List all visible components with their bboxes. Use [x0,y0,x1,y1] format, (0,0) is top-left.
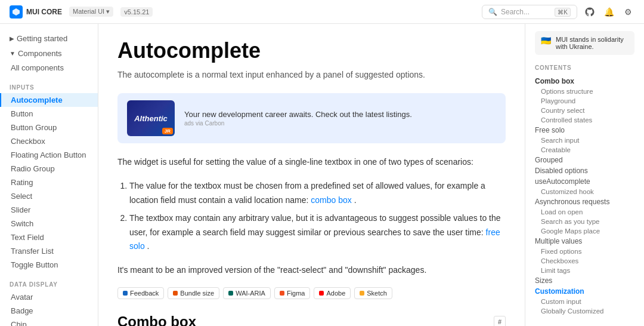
ad-banner: Althentic JR Your new development career… [117,93,506,143]
toc-item-search-input[interactable]: Search input [535,136,634,145]
tag-adobe[interactable]: Adobe [314,287,351,299]
sidebar-item-autocomplete[interactable]: Autocomplete [0,93,98,107]
ukraine-banner: 🇺🇦 MUI stands in solidarity with Ukraine… [535,31,634,55]
toc-item-disabled-options[interactable]: Disabled options [535,165,634,176]
sidebar-item-badge[interactable]: Badge [0,304,98,318]
toc-item-custom-input[interactable]: Custom input [535,297,634,306]
toc-item-grouped[interactable]: Grouped [535,155,634,165]
toc-item-google-maps-place[interactable]: Google Maps place [535,226,634,236]
intro-paragraph: The widget is useful for setting the val… [117,155,506,170]
sidebar-item-select[interactable]: Select [0,189,98,203]
toc-item-multiple-values[interactable]: Multiple values [535,236,634,247]
sidebar-item-components[interactable]: ▼ Components [0,46,98,61]
toc-item-globally-customized[interactable]: Globally Customized [535,306,634,316]
toc-item-free-solo[interactable]: Free solo [535,125,634,136]
sidebar-item-text-field[interactable]: Text Field [0,230,98,244]
sidebar-item-toggle-button[interactable]: Toggle Button [0,258,98,272]
version-label[interactable]: Material UI ▾ [69,7,113,17]
sidebar-item-slider[interactable]: Slider [0,203,98,217]
right-sidebar: 🇺🇦 MUI stands in solidarity with Ukraine… [525,24,644,326]
tag-figma[interactable]: Figma [274,287,311,299]
toc-header: CONTENTS [535,64,634,71]
sidebar-item-button-group[interactable]: Button Group [0,121,98,134]
tag-dot-adobe [319,291,324,296]
notification-icon[interactable]: 🔔 [602,5,615,19]
search-box[interactable]: 🔍 Search... ⌘K [482,5,577,19]
svg-marker-0 [13,8,20,16]
toc-item-country-select[interactable]: Country select [535,106,634,115]
ad-img-text: Althentic [134,114,168,123]
version-number[interactable]: v5.15.21 [120,7,153,17]
intro-list: The value for the textbox must be chosen… [117,179,506,254]
toc-item-playground[interactable]: Playground [535,96,634,106]
sidebar-item-switch[interactable]: Switch [0,217,98,230]
toc-item-load-on-open[interactable]: Load on open [535,207,634,217]
search-icon: 🔍 [488,8,497,16]
sidebar-item-floating-action-button[interactable]: Floating Action Button [0,148,98,162]
toc-item-controlled-states[interactable]: Controlled states [535,115,634,125]
tag-dot-wai-aria [228,291,233,296]
list-item-2: The textbox may contain any arbitrary va… [129,211,506,254]
sidebar-item-all-components[interactable]: All components [0,61,98,75]
sidebar-item-checkbox[interactable]: Checkbox [0,134,98,148]
improved-version-text: It's meant to be an improved version of … [117,263,506,278]
toc-item-creatable[interactable]: Creatable [535,145,634,155]
list-item-1: The value for the textbox must be chosen… [129,179,506,208]
topbar: MUI CORE Material UI ▾ v5.15.21 🔍 Search… [0,0,644,24]
tag-sketch[interactable]: Sketch [354,287,392,299]
tag-wai-aria[interactable]: WAI-ARIA [223,287,271,299]
app-title: MUI CORE [26,8,62,16]
sidebar-group-data-display: DATA DISPLAY [0,276,98,290]
toc-item-combo-box[interactable]: Combo box [535,76,634,87]
sidebar-inputs-group: INPUTS Autocomplete Button Button Group … [0,77,98,274]
tags-row: Feedback Bundle size WAI-ARIA Figma Adob… [117,287,506,299]
main-layout: ▶ Getting started ▼ Components All compo… [0,24,644,326]
logo-icon [10,5,23,19]
toc-item-fixed-options[interactable]: Fixed options [535,247,634,256]
toc-item-customization[interactable]: Customization [535,286,634,297]
logo: MUI CORE [10,5,62,19]
search-shortcut: ⌘K [555,8,571,17]
tag-dot-sketch [360,291,364,296]
tag-dot-bundle-size [173,291,178,296]
sidebar-item-transfer-list[interactable]: Transfer List [0,244,98,258]
sidebar-item-rating[interactable]: Rating [0,176,98,189]
tag-dot-figma [280,291,284,296]
ad-image: Althentic JR [127,100,175,136]
toc-item-search-as-you-type[interactable]: Search as you type [535,217,634,226]
sidebar-data-display-group: DATA DISPLAY Avatar Badge Chip Divider I… [0,274,98,326]
sidebar-item-radio-group[interactable]: Radio Group [0,162,98,176]
toc-item-use-autocomplete[interactable]: useAutocomplete [535,176,634,187]
ad-img-badge: JR [162,128,173,134]
toc-item-asynchronous-requests[interactable]: Asynchronous requests [535,196,634,207]
sidebar-item-button[interactable]: Button [0,107,98,121]
ukraine-flag: 🇺🇦 [541,36,551,45]
sidebar-item-avatar[interactable]: Avatar [0,290,98,304]
tag-dot-feedback [123,291,128,296]
section-link-icon[interactable]: # [494,316,506,326]
arrow-icon: ▶ [10,35,14,42]
sidebar-item-chip[interactable]: Chip [0,318,98,326]
combo-box-link[interactable]: combo box [311,195,351,205]
github-icon[interactable] [583,5,596,19]
toc-item-checkboxes[interactable]: Checkboxes [535,256,634,266]
sidebar-item-getting-started[interactable]: ▶ Getting started [0,31,98,46]
toc-item-customized-hook[interactable]: Customized hook [535,187,634,196]
sidebar-group-inputs: INPUTS [0,79,98,93]
sidebar-top-section: ▶ Getting started ▼ Components All compo… [0,29,98,77]
content-area: Autocomplete The autocomplete is a norma… [98,24,525,326]
ad-label: ads via Carbon [184,120,412,127]
page-description: The autocomplete is a normal text input … [117,68,506,81]
toc-item-sizes[interactable]: Sizes [535,275,634,286]
page-title: Autocomplete [117,38,506,63]
ad-content: Your new development career awaits. Chec… [184,110,412,127]
tag-feedback[interactable]: Feedback [117,287,164,299]
toc-item-options-structure[interactable]: Options structure [535,87,634,96]
arrow-icon: ▼ [10,50,16,57]
settings-icon[interactable]: ⚙ [621,5,634,19]
ad-text: Your new development career awaits. Chec… [184,110,412,119]
sidebar: ▶ Getting started ▼ Components All compo… [0,24,98,326]
toc-item-limit-tags[interactable]: Limit tags [535,266,634,275]
combo-box-section-title: Combo box # [117,313,506,326]
tag-bundle-size[interactable]: Bundle size [168,287,219,299]
